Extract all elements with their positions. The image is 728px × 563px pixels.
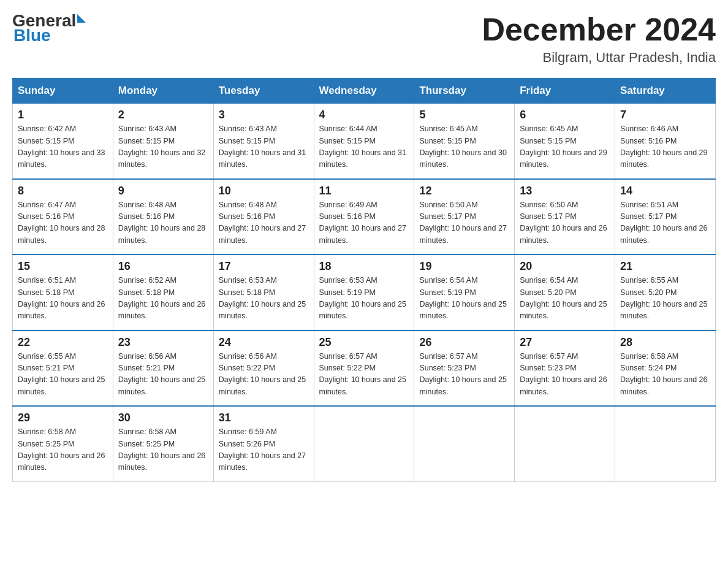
- day-info: Sunrise: 6:54 AM Sunset: 5:20 PM Dayligh…: [520, 275, 610, 323]
- day-info: Sunrise: 6:51 AM Sunset: 5:17 PM Dayligh…: [620, 199, 710, 247]
- day-info: Sunrise: 6:53 AM Sunset: 5:18 PM Dayligh…: [219, 275, 309, 323]
- table-row: 12 Sunrise: 6:50 AM Sunset: 5:17 PM Dayl…: [414, 179, 515, 255]
- header-monday: Monday: [113, 79, 213, 104]
- day-number: 20: [520, 260, 610, 273]
- day-number: 31: [219, 412, 309, 424]
- header-thursday: Thursday: [414, 79, 515, 104]
- day-info: Sunrise: 6:45 AM Sunset: 5:15 PM Dayligh…: [520, 123, 610, 171]
- calendar-table: Sunday Monday Tuesday Wednesday Thursday…: [12, 78, 716, 482]
- table-row: 13 Sunrise: 6:50 AM Sunset: 5:17 PM Dayl…: [515, 179, 615, 255]
- table-row: 7 Sunrise: 6:46 AM Sunset: 5:16 PM Dayli…: [615, 104, 716, 179]
- day-info: Sunrise: 6:47 AM Sunset: 5:16 PM Dayligh…: [18, 199, 108, 247]
- day-number: 14: [620, 185, 710, 197]
- day-info: Sunrise: 6:50 AM Sunset: 5:17 PM Dayligh…: [419, 199, 509, 247]
- day-number: 22: [18, 336, 108, 349]
- table-row: 5 Sunrise: 6:45 AM Sunset: 5:15 PM Dayli…: [414, 104, 515, 179]
- day-info: Sunrise: 6:57 AM Sunset: 5:22 PM Dayligh…: [319, 351, 409, 399]
- day-info: Sunrise: 6:55 AM Sunset: 5:21 PM Dayligh…: [18, 351, 108, 399]
- day-number: 12: [419, 185, 509, 197]
- table-row: [414, 406, 515, 481]
- table-row: 21 Sunrise: 6:55 AM Sunset: 5:20 PM Dayl…: [615, 255, 716, 331]
- header-sunday: Sunday: [13, 79, 113, 104]
- day-info: Sunrise: 6:52 AM Sunset: 5:18 PM Dayligh…: [118, 275, 208, 323]
- table-row: 18 Sunrise: 6:53 AM Sunset: 5:19 PM Dayl…: [314, 255, 414, 331]
- day-number: 4: [319, 109, 409, 121]
- day-number: 16: [118, 260, 208, 273]
- day-info: Sunrise: 6:58 AM Sunset: 5:25 PM Dayligh…: [118, 426, 208, 474]
- day-info: Sunrise: 6:49 AM Sunset: 5:16 PM Dayligh…: [319, 199, 409, 247]
- day-info: Sunrise: 6:43 AM Sunset: 5:15 PM Dayligh…: [219, 123, 309, 171]
- day-number: 26: [419, 336, 509, 349]
- table-row: 24 Sunrise: 6:56 AM Sunset: 5:22 PM Dayl…: [213, 331, 314, 407]
- day-number: 11: [319, 185, 409, 197]
- day-info: Sunrise: 6:51 AM Sunset: 5:18 PM Dayligh…: [18, 275, 108, 323]
- calendar-header-row: Sunday Monday Tuesday Wednesday Thursday…: [13, 79, 716, 104]
- table-row: 14 Sunrise: 6:51 AM Sunset: 5:17 PM Dayl…: [615, 179, 716, 255]
- table-row: 11 Sunrise: 6:49 AM Sunset: 5:16 PM Dayl…: [314, 179, 414, 255]
- page-header: General Blue December 2024 Bilgram, Utta…: [12, 12, 716, 66]
- header-saturday: Saturday: [615, 79, 716, 104]
- day-number: 23: [118, 336, 208, 349]
- table-row: [615, 406, 716, 481]
- day-info: Sunrise: 6:42 AM Sunset: 5:15 PM Dayligh…: [18, 123, 108, 171]
- day-number: 25: [319, 336, 409, 349]
- day-number: 7: [620, 109, 710, 121]
- calendar-week-row: 8 Sunrise: 6:47 AM Sunset: 5:16 PM Dayli…: [13, 179, 716, 255]
- day-number: 13: [520, 185, 610, 197]
- table-row: 30 Sunrise: 6:58 AM Sunset: 5:25 PM Dayl…: [113, 406, 213, 481]
- day-info: Sunrise: 6:46 AM Sunset: 5:16 PM Dayligh…: [620, 123, 710, 171]
- day-number: 5: [419, 109, 509, 121]
- day-number: 30: [118, 412, 208, 424]
- day-number: 1: [18, 109, 108, 121]
- table-row: 28 Sunrise: 6:58 AM Sunset: 5:24 PM Dayl…: [615, 331, 716, 407]
- logo-arrow-icon: [77, 14, 86, 23]
- logo: General Blue: [12, 12, 86, 45]
- table-row: [515, 406, 615, 481]
- header-wednesday: Wednesday: [314, 79, 414, 104]
- table-row: 10 Sunrise: 6:48 AM Sunset: 5:16 PM Dayl…: [213, 179, 314, 255]
- day-number: 24: [219, 336, 309, 349]
- table-row: 27 Sunrise: 6:57 AM Sunset: 5:23 PM Dayl…: [515, 331, 615, 407]
- day-info: Sunrise: 6:58 AM Sunset: 5:25 PM Dayligh…: [18, 426, 108, 474]
- day-number: 2: [118, 109, 208, 121]
- day-info: Sunrise: 6:56 AM Sunset: 5:22 PM Dayligh…: [219, 351, 309, 399]
- day-info: Sunrise: 6:57 AM Sunset: 5:23 PM Dayligh…: [419, 351, 509, 399]
- day-info: Sunrise: 6:59 AM Sunset: 5:26 PM Dayligh…: [219, 426, 309, 474]
- table-row: 19 Sunrise: 6:54 AM Sunset: 5:19 PM Dayl…: [414, 255, 515, 331]
- day-number: 10: [219, 185, 309, 197]
- header-friday: Friday: [515, 79, 615, 104]
- day-info: Sunrise: 6:43 AM Sunset: 5:15 PM Dayligh…: [118, 123, 208, 171]
- title-section: December 2024 Bilgram, Uttar Pradesh, In…: [482, 12, 716, 66]
- table-row: 9 Sunrise: 6:48 AM Sunset: 5:16 PM Dayli…: [113, 179, 213, 255]
- calendar-week-row: 1 Sunrise: 6:42 AM Sunset: 5:15 PM Dayli…: [13, 104, 716, 179]
- table-row: 6 Sunrise: 6:45 AM Sunset: 5:15 PM Dayli…: [515, 104, 615, 179]
- header-tuesday: Tuesday: [213, 79, 314, 104]
- day-number: 8: [18, 185, 108, 197]
- day-info: Sunrise: 6:45 AM Sunset: 5:15 PM Dayligh…: [419, 123, 509, 171]
- table-row: 29 Sunrise: 6:58 AM Sunset: 5:25 PM Dayl…: [13, 406, 113, 481]
- day-number: 15: [18, 260, 108, 273]
- day-info: Sunrise: 6:48 AM Sunset: 5:16 PM Dayligh…: [118, 199, 208, 247]
- table-row: 15 Sunrise: 6:51 AM Sunset: 5:18 PM Dayl…: [13, 255, 113, 331]
- table-row: 25 Sunrise: 6:57 AM Sunset: 5:22 PM Dayl…: [314, 331, 414, 407]
- table-row: 31 Sunrise: 6:59 AM Sunset: 5:26 PM Dayl…: [213, 406, 314, 481]
- table-row: 23 Sunrise: 6:56 AM Sunset: 5:21 PM Dayl…: [113, 331, 213, 407]
- day-number: 28: [620, 336, 710, 349]
- day-info: Sunrise: 6:54 AM Sunset: 5:19 PM Dayligh…: [419, 275, 509, 323]
- day-number: 17: [219, 260, 309, 273]
- day-number: 27: [520, 336, 610, 349]
- table-row: 22 Sunrise: 6:55 AM Sunset: 5:21 PM Dayl…: [13, 331, 113, 407]
- day-number: 21: [620, 260, 710, 273]
- table-row: 8 Sunrise: 6:47 AM Sunset: 5:16 PM Dayli…: [13, 179, 113, 255]
- day-info: Sunrise: 6:57 AM Sunset: 5:23 PM Dayligh…: [520, 351, 610, 399]
- calendar-week-row: 15 Sunrise: 6:51 AM Sunset: 5:18 PM Dayl…: [13, 255, 716, 331]
- table-row: 4 Sunrise: 6:44 AM Sunset: 5:15 PM Dayli…: [314, 104, 414, 179]
- calendar-week-row: 22 Sunrise: 6:55 AM Sunset: 5:21 PM Dayl…: [13, 331, 716, 407]
- table-row: 3 Sunrise: 6:43 AM Sunset: 5:15 PM Dayli…: [213, 104, 314, 179]
- calendar-subtitle: Bilgram, Uttar Pradesh, India: [482, 50, 716, 66]
- day-number: 19: [419, 260, 509, 273]
- day-number: 18: [319, 260, 409, 273]
- day-info: Sunrise: 6:55 AM Sunset: 5:20 PM Dayligh…: [620, 275, 710, 323]
- day-info: Sunrise: 6:56 AM Sunset: 5:21 PM Dayligh…: [118, 351, 208, 399]
- day-number: 6: [520, 109, 610, 121]
